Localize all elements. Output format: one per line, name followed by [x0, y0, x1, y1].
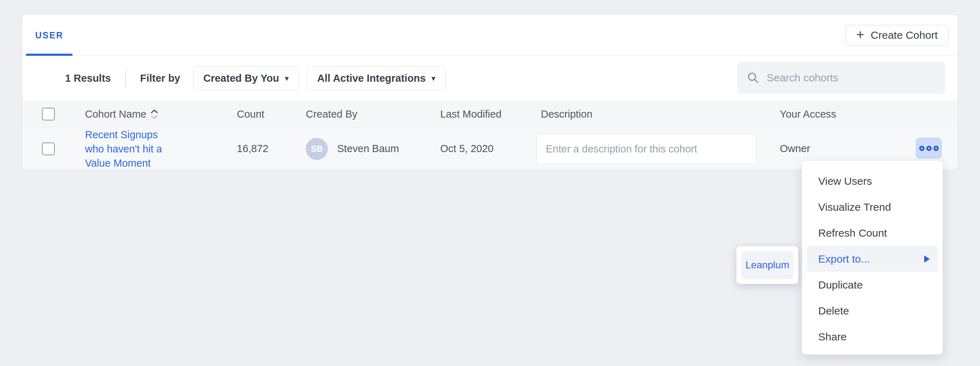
- header-your-access-label: Your Access: [780, 108, 836, 120]
- row-select-cell: [42, 128, 55, 170]
- tab-user-label: USER: [35, 30, 63, 41]
- search-icon: [747, 71, 759, 84]
- created-by-dropdown-label: Created By You: [204, 73, 279, 84]
- cohort-name-link[interactable]: Recent Signups who haven't hit a Value M…: [85, 128, 174, 170]
- last-modified-cell: Oct 5, 2020: [440, 128, 493, 170]
- menu-item-label: View Users: [818, 175, 872, 187]
- menu-item-export-to[interactable]: Export to...: [807, 246, 938, 272]
- submenu-item-label: Leanplum: [746, 260, 789, 271]
- tab-bar: USER + Create Cohort: [22, 15, 958, 55]
- sort-icon: [150, 109, 158, 119]
- select-all-checkbox[interactable]: [42, 108, 55, 120]
- chevron-down-icon: ▾: [431, 74, 435, 83]
- created-by-dropdown[interactable]: Created By You ▾: [193, 67, 299, 90]
- create-cohort-label: Create Cohort: [871, 29, 938, 41]
- row-actions-menu: View Users Visualize Trend Refresh Count…: [802, 161, 943, 355]
- header-count: Count: [237, 101, 264, 128]
- plus-icon: +: [856, 28, 864, 41]
- chevron-down-icon: ▾: [285, 74, 289, 83]
- menu-item-label: Share: [818, 331, 846, 343]
- submenu-item-leanplum[interactable]: Leanplum: [741, 251, 793, 279]
- integrations-dropdown[interactable]: All Active Integrations ▾: [307, 67, 445, 90]
- header-cohort-name-label: Cohort Name: [85, 108, 146, 120]
- menu-item-refresh-count[interactable]: Refresh Count: [802, 220, 943, 246]
- cohort-name-cell: Recent Signups who haven't hit a Value M…: [85, 128, 174, 170]
- menu-item-label: Export to...: [818, 253, 870, 265]
- menu-item-duplicate[interactable]: Duplicate: [802, 272, 943, 298]
- menu-item-view-users[interactable]: View Users: [802, 168, 943, 194]
- cohorts-page: USER + Create Cohort 1 Results Filter by…: [0, 0, 980, 366]
- last-modified-value: Oct 5, 2020: [440, 143, 493, 155]
- select-all-cell: [42, 101, 55, 128]
- menu-item-label: Delete: [818, 305, 849, 317]
- row-more-actions-button[interactable]: [916, 138, 942, 158]
- header-count-label: Count: [237, 108, 264, 120]
- menu-item-share[interactable]: Share: [802, 324, 943, 350]
- header-last-modified-label: Last Modified: [440, 108, 502, 120]
- divider: [125, 70, 126, 86]
- description-input[interactable]: [536, 134, 757, 164]
- more-dots-icon: [919, 146, 924, 151]
- avatar: SB: [306, 138, 328, 160]
- created-by-name: Steven Baum: [337, 143, 399, 155]
- cohorts-card: USER + Create Cohort 1 Results Filter by…: [22, 15, 958, 170]
- more-dots-icon: [934, 146, 939, 151]
- submenu-arrow-icon: [924, 255, 930, 263]
- tab-user[interactable]: USER: [26, 15, 73, 55]
- more-dots-icon: [926, 146, 932, 151]
- created-by-cell: SB Steven Baum: [306, 128, 399, 170]
- header-description-label: Description: [541, 108, 592, 120]
- access-value: Owner: [780, 143, 810, 155]
- menu-item-label: Refresh Count: [818, 227, 887, 239]
- header-cohort-name[interactable]: Cohort Name: [85, 101, 158, 128]
- header-created-by-label: Created By: [306, 108, 357, 120]
- filter-by-label: Filter by: [140, 73, 180, 84]
- results-count: 1 Results: [65, 73, 111, 84]
- menu-item-label: Duplicate: [818, 279, 863, 291]
- search-box: [738, 62, 945, 94]
- header-created-by: Created By: [306, 101, 357, 128]
- export-submenu: Leanplum: [737, 246, 798, 284]
- header-your-access: Your Access: [780, 101, 836, 128]
- create-cohort-button[interactable]: + Create Cohort: [845, 25, 949, 46]
- menu-item-delete[interactable]: Delete: [802, 298, 943, 324]
- menu-item-label: Visualize Trend: [818, 201, 891, 213]
- count-cell: 16,872: [237, 128, 269, 170]
- integrations-dropdown-label: All Active Integrations: [317, 73, 426, 84]
- search-input[interactable]: [767, 72, 936, 84]
- menu-item-visualize-trend[interactable]: Visualize Trend: [802, 194, 943, 220]
- header-last-modified: Last Modified: [440, 101, 502, 128]
- header-description: Description: [541, 101, 592, 128]
- table-header: Cohort Name Count Created By Last Modifi…: [22, 101, 958, 128]
- count-value: 16,872: [237, 143, 269, 155]
- row-checkbox[interactable]: [42, 143, 55, 155]
